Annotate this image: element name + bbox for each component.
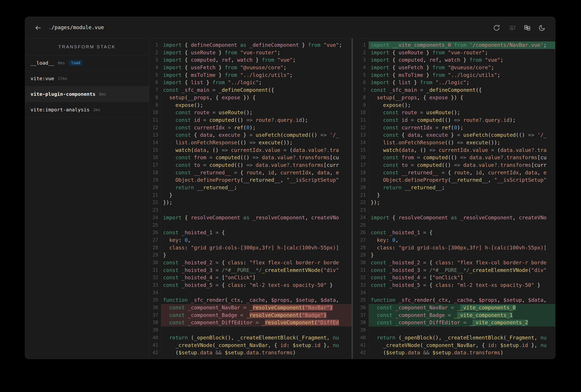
line-number: 23 — [149, 206, 161, 214]
line-number: 19 — [149, 176, 161, 184]
code-text: function _sfc_render(_ctx, _cache, $prop… — [161, 296, 352, 304]
line-number: 41 — [149, 342, 161, 349]
code-text: list.onFetchResponse(() => execute()); — [369, 139, 556, 146]
line-number: 32 — [149, 274, 161, 282]
sidebar-item-vite-import-analysis[interactable]: vite:import-analysis 2ms — [25, 102, 149, 118]
code-line: 35function _sfc_render(_ctx, _cache, $pr… — [357, 296, 556, 304]
code-line: 31const _hoisted_3 = /*#__PURE__*/_creat… — [357, 266, 556, 274]
code-line: 32const _hoisted_4 = ["onClick"] — [149, 274, 352, 282]
code-line: 13 const { data, execute } = useFetch(co… — [149, 132, 352, 139]
line-number: 42 — [149, 349, 161, 356]
code-text: watch(data, () => currentIdx.value = (da… — [369, 146, 556, 154]
line-number: 15 — [149, 146, 161, 154]
code-line: 5import { msToTime } from "../logic/util… — [357, 72, 556, 79]
code-text: const _hoisted_3 = /*#__PURE__*/_createE… — [161, 266, 352, 274]
code-text: const _sfc_main = _defineComponent({ — [161, 86, 352, 94]
code-text: return __returned__; — [161, 184, 352, 192]
plugin-time: 0ms — [58, 60, 65, 65]
code-text: key: 0, — [161, 236, 352, 244]
line-number: 35 — [357, 296, 369, 304]
code-line: 33const _hoisted_5 = { class: "ml-2 text… — [149, 282, 352, 289]
code-text: const _hoisted_3 = /*#__PURE__*/_createE… — [369, 266, 556, 274]
code-text: } — [369, 192, 556, 199]
sidebar-item-vite-vue[interactable]: vite:vue 17ms — [25, 71, 149, 86]
line-number: 18 — [149, 169, 161, 176]
code-text: import { msToTime } from "../logic/utils… — [369, 72, 556, 79]
code-text: const _hoisted_4 = ["onClick"] — [161, 274, 352, 282]
code-line: 37 const _component_Badge = _resolveComp… — [149, 312, 352, 319]
code-text: setup(__props, { expose }) { — [161, 94, 352, 102]
line-number: 5 — [149, 72, 161, 79]
side-by-side-button[interactable] — [523, 24, 531, 32]
sidebar-item-vite-plugin-components[interactable]: vite-plugin-components 0ms — [25, 86, 149, 102]
sidebar-item-load[interactable]: __load__ 0ms load — [25, 55, 149, 71]
plugin-time: 2ms — [93, 107, 100, 112]
code-line: 33const _hoisted_5 = { class: "ml-2 text… — [357, 282, 556, 289]
code-text: _createVNode(_component_NavBar, { id: $s… — [369, 342, 556, 349]
line-number: 1 — [357, 42, 369, 49]
diff-right-pane[interactable]: 1import __vite_components_0 from '/compo… — [357, 38, 556, 359]
code-text: const currentIdx = ref(0); — [161, 124, 352, 132]
line-number: 39 — [149, 326, 161, 334]
code-text: const to = computed(() => data.value?.tr… — [369, 162, 556, 169]
line-number: 29 — [149, 252, 161, 259]
code-text: const route = useRoute(); — [369, 109, 556, 116]
code-line: 6import { list } from "../logic"; — [149, 79, 352, 86]
diff-left-pane[interactable]: 1import { defineComponent as _defineComp… — [149, 38, 353, 359]
line-number: 8 — [357, 94, 369, 102]
code-text: import { resolveComponent as _resolveCom… — [161, 214, 352, 222]
line-number: 36 — [149, 304, 161, 312]
code-line: 38 const _component_DiffEditor = __vite_… — [357, 319, 556, 326]
line-number: 17 — [357, 162, 369, 169]
code-line: 14 list.onFetchResponse(() => execute())… — [357, 139, 556, 146]
code-text: watch(data, () => currentIdx.value = (da… — [161, 146, 352, 154]
line-number: 17 — [149, 162, 161, 169]
code-text: }); — [369, 199, 556, 206]
line-number: 3 — [149, 56, 161, 64]
line-number: 16 — [357, 154, 369, 162]
theme-toggle-button[interactable] — [538, 24, 546, 32]
back-button[interactable] — [34, 24, 42, 32]
code-text: const _hoisted_4 = ["onClick"] — [369, 274, 556, 282]
code-text: key: 0, — [369, 236, 556, 244]
code-text — [161, 222, 352, 229]
code-line: 8 setup(__props, { expose }) { — [357, 94, 556, 102]
code-text: const _hoisted_5 = { class: "ml-2 text-x… — [369, 282, 556, 289]
line-number: 37 — [357, 312, 369, 319]
code-line: 22}); — [357, 199, 556, 206]
line-number: 2 — [149, 49, 161, 56]
code-line: 4import { useFetch } from "@vueuse/core"… — [149, 64, 352, 72]
code-line: 19 Object.defineProperty(__returned__, "… — [149, 176, 352, 184]
back-arrow-icon — [34, 24, 42, 32]
line-number: 32 — [357, 274, 369, 282]
line-number: 42 — [357, 349, 369, 356]
line-number: 28 — [149, 244, 161, 252]
code-line: 32const _hoisted_4 = ["onClick"] — [357, 274, 556, 282]
code-line: 23 — [149, 206, 352, 214]
code-text: import { resolveComponent as _resolveCom… — [369, 214, 556, 222]
line-number: 19 — [357, 176, 369, 184]
code-text: const _component_DiffEditor = __vite_com… — [369, 319, 556, 326]
line-wrap-button[interactable] — [508, 24, 516, 32]
code-text — [369, 222, 556, 229]
line-number: 20 — [149, 184, 161, 192]
plugin-name: vite:import-analysis — [30, 107, 90, 112]
line-number: 37 — [149, 312, 161, 319]
transform-stack-title: TRANSFORM STACK — [25, 38, 149, 55]
refresh-button[interactable] — [492, 24, 501, 32]
line-number: 29 — [357, 252, 369, 259]
code-text: import { computed, ref, watch } from "vu… — [369, 56, 556, 64]
code-text: ($setup.data && $setup.data.transforms) — [161, 349, 352, 356]
code-line: 28 class: "grid grid-cols-[300px,3fr] h-… — [149, 244, 352, 252]
line-number: 16 — [149, 154, 161, 162]
code-line: 23 — [357, 206, 556, 214]
line-number: 12 — [357, 124, 369, 132]
line-number: 40 — [149, 334, 161, 342]
line-number: 20 — [357, 184, 369, 192]
code-text: return (_openBlock(), _createElementBloc… — [369, 334, 556, 342]
code-text: class: "grid grid-cols-[300px,3fr] h-[ca… — [369, 244, 556, 252]
line-number: 4 — [149, 64, 161, 72]
line-number: 5 — [357, 72, 369, 79]
line-number: 14 — [357, 139, 369, 146]
code-text: setup(__props, { expose }) { — [369, 94, 556, 102]
